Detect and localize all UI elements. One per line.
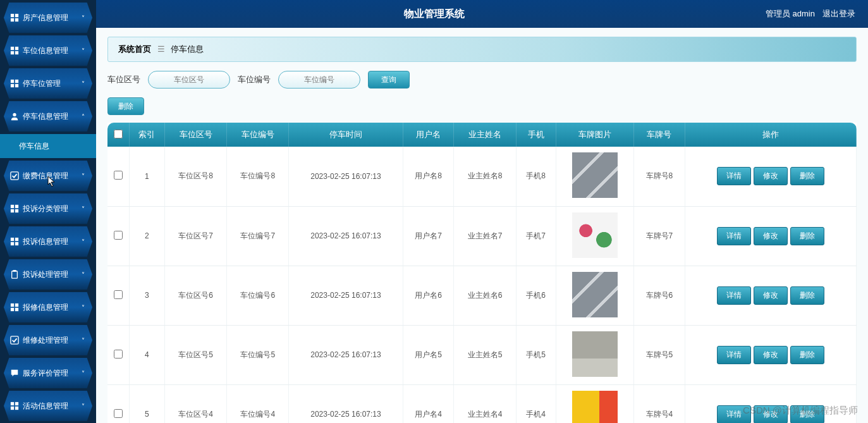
plate-image xyxy=(572,272,618,317)
svg-rect-26 xyxy=(11,308,14,311)
chevron-down-icon: ˅ xyxy=(82,304,85,311)
detail-button[interactable]: 详情 xyxy=(717,286,751,305)
cell-phone: 手机7 xyxy=(516,206,556,266)
delete-button[interactable]: 删除 xyxy=(790,167,824,185)
cell-ops: 详情修改删除 xyxy=(685,325,856,384)
delete-button[interactable]: 删除 xyxy=(790,405,824,424)
svg-rect-22 xyxy=(12,271,18,278)
table-header: 车位编号 xyxy=(227,123,289,147)
svg-rect-15 xyxy=(15,205,18,208)
sidebar-item-4[interactable]: 缴费信息管理˅ xyxy=(4,161,92,191)
sidebar-item-0[interactable]: 房产信息管理˅ xyxy=(4,3,92,33)
delete-button[interactable]: 删除 xyxy=(790,227,824,245)
app-title: 物业管理系统 xyxy=(404,8,465,21)
svg-rect-28 xyxy=(11,336,18,344)
edit-button[interactable]: 修改 xyxy=(754,286,788,305)
cell-image xyxy=(556,325,633,384)
sidebar-item-1[interactable]: 车位信息管理˅ xyxy=(4,35,92,66)
cell-plate: 车牌号4 xyxy=(634,384,685,423)
row-checkbox[interactable] xyxy=(114,171,123,180)
bulk-delete-button[interactable]: 删除 xyxy=(107,97,144,115)
row-checkbox[interactable] xyxy=(114,350,123,359)
sidebar-item-10[interactable]: 服务评价管理˅ xyxy=(4,358,92,388)
svg-rect-14 xyxy=(11,205,14,208)
grid-icon xyxy=(10,204,19,213)
svg-rect-25 xyxy=(15,303,18,307)
svg-rect-16 xyxy=(11,209,14,212)
cell-image xyxy=(556,384,633,423)
edit-button[interactable]: 修改 xyxy=(754,346,788,364)
select-all-checkbox[interactable] xyxy=(114,130,123,138)
main-content: 系统首页 ☰ 停车信息 车位区号 车位编号 查询 删除 索引车位区号车位编号停车… xyxy=(96,28,868,423)
sidebar-item-label: 缴费信息管理 xyxy=(23,171,68,181)
sidebar-item-11[interactable]: 活动信息管理˅ xyxy=(4,391,92,421)
edit-button[interactable]: 修改 xyxy=(754,405,788,424)
row-checkbox[interactable] xyxy=(114,409,123,418)
cell-code: 车位编号8 xyxy=(227,147,289,206)
svg-rect-19 xyxy=(15,238,18,241)
table-row: 1车位区号8车位编号82023-02-25 16:07:13用户名8业主姓名8手… xyxy=(107,147,857,206)
table-row: 2车位区号7车位编号72023-02-25 16:07:13用户名7业主姓名7手… xyxy=(107,206,857,266)
check-icon xyxy=(10,336,19,345)
sidebar-item-9[interactable]: 维修处理管理˅ xyxy=(4,325,92,355)
breadcrumb-home[interactable]: 系统首页 xyxy=(118,44,151,54)
cell-index: 4 xyxy=(129,325,165,384)
edit-button[interactable]: 修改 xyxy=(754,227,788,245)
admin-label[interactable]: 管理员 admin xyxy=(766,8,815,20)
detail-button[interactable]: 详情 xyxy=(717,405,751,424)
svg-rect-29 xyxy=(11,402,14,405)
cell-time: 2023-02-25 16:07:13 xyxy=(289,266,403,325)
cell-ops: 详情修改删除 xyxy=(685,266,856,325)
grid-icon xyxy=(10,402,19,410)
detail-button[interactable]: 详情 xyxy=(717,346,751,364)
sidebar-item-5[interactable]: 投诉分类管理˅ xyxy=(4,193,92,224)
breadcrumb: 系统首页 ☰ 停车信息 xyxy=(107,37,857,62)
zone-input[interactable] xyxy=(148,71,230,89)
sidebar-item-2[interactable]: 停车位管理˅ xyxy=(4,68,92,99)
logout-link[interactable]: 退出登录 xyxy=(822,8,855,20)
sidebar-item-6[interactable]: 投诉信息管理˅ xyxy=(4,226,92,257)
data-table: 索引车位区号车位编号停车时间用户名业主姓名手机车牌图片车牌号操作 1车位区号8车… xyxy=(107,123,857,423)
table-header: 手机 xyxy=(516,123,556,147)
cell-phone: 手机6 xyxy=(516,266,556,325)
chevron-up-icon: ˄ xyxy=(82,113,85,120)
delete-button[interactable]: 删除 xyxy=(790,286,824,305)
cell-code: 车位编号4 xyxy=(227,384,289,423)
query-button[interactable]: 查询 xyxy=(368,71,410,89)
svg-rect-9 xyxy=(15,80,18,83)
cell-owner: 业主姓名7 xyxy=(454,206,516,266)
sidebar-item-label: 房产信息管理 xyxy=(23,13,68,23)
sidebar-item-label: 投诉信息管理 xyxy=(23,236,68,247)
detail-button[interactable]: 详情 xyxy=(717,227,751,245)
row-checkbox[interactable] xyxy=(114,290,123,299)
cell-image xyxy=(556,266,633,325)
header: 物业管理系统 管理员 admin 退出登录 xyxy=(0,0,868,28)
chevron-down-icon: ˅ xyxy=(82,370,85,377)
sidebar-item-7[interactable]: 投诉处理管理˅ xyxy=(4,259,92,290)
sidebar-item-label: 停车位管理 xyxy=(23,78,61,89)
check-icon xyxy=(10,171,19,180)
cell-phone: 手机5 xyxy=(516,325,556,384)
cell-image xyxy=(556,206,633,266)
detail-button[interactable]: 详情 xyxy=(717,167,751,185)
data-table-wrap: 索引车位区号车位编号停车时间用户名业主姓名手机车牌图片车牌号操作 1车位区号8车… xyxy=(107,123,857,423)
sidebar-item-3[interactable]: 停车信息管理˄ xyxy=(4,101,92,132)
sidebar-subitem[interactable]: 停车信息 xyxy=(0,134,96,158)
cell-plate: 车牌号8 xyxy=(634,147,685,206)
sidebar-item-label: 投诉分类管理 xyxy=(23,204,68,214)
plate-image xyxy=(572,391,618,424)
svg-rect-18 xyxy=(11,238,14,241)
cell-zone: 车位区号8 xyxy=(165,147,227,206)
cell-zone: 车位区号5 xyxy=(165,325,227,384)
svg-rect-23 xyxy=(13,270,16,272)
sidebar: 房产信息管理˅车位信息管理˅停车位管理˅停车信息管理˄停车信息缴费信息管理˅投诉… xyxy=(0,0,96,423)
edit-button[interactable]: 修改 xyxy=(754,167,788,185)
code-input[interactable] xyxy=(278,71,360,89)
svg-rect-30 xyxy=(15,402,18,405)
chevron-down-icon: ˅ xyxy=(82,205,85,212)
svg-rect-4 xyxy=(11,47,14,50)
cell-index: 5 xyxy=(129,384,165,423)
sidebar-item-8[interactable]: 报修信息管理˅ xyxy=(4,292,92,322)
row-checkbox[interactable] xyxy=(114,231,123,240)
delete-button[interactable]: 删除 xyxy=(790,346,824,364)
